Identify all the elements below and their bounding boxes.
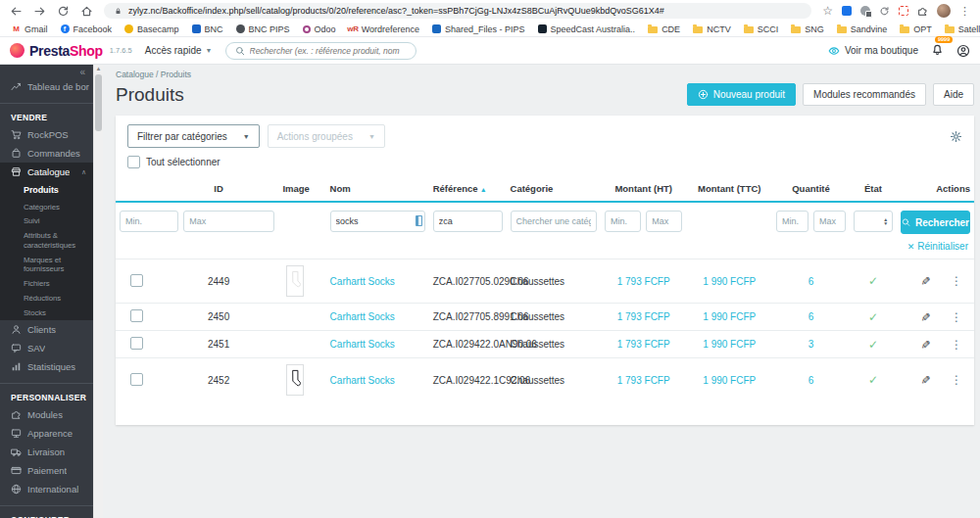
- extension-icon[interactable]: [860, 6, 870, 16]
- cell-price-ht[interactable]: 1 793 FCFP: [601, 331, 687, 358]
- id-max-input[interactable]: [183, 211, 274, 232]
- price-max-input[interactable]: [646, 211, 682, 232]
- prestashop-logo[interactable]: PrestaShop 1.7.6.5: [10, 43, 132, 59]
- bookmark-item[interactable]: BNC: [192, 24, 223, 34]
- column-header-actions[interactable]: Actions: [897, 177, 974, 202]
- qty-max-input[interactable]: [813, 211, 846, 232]
- row-menu-icon[interactable]: ⋮: [951, 274, 962, 288]
- state-select[interactable]: ▲▼: [854, 211, 893, 232]
- cell-price-ttc[interactable]: 1 990 FCFP: [686, 259, 772, 304]
- reference-filter-input[interactable]: [433, 211, 503, 232]
- active-check-icon[interactable]: ✓: [868, 373, 878, 387]
- product-name-link[interactable]: Carhartt Socks: [330, 375, 395, 386]
- edit-icon[interactable]: ✎: [918, 375, 932, 385]
- bookmark-item[interactable]: Sandvine: [837, 24, 888, 34]
- cell-price-ttc[interactable]: 1 990 FCFP: [686, 304, 772, 331]
- profile-avatar[interactable]: [937, 4, 951, 18]
- admin-search[interactable]: [225, 42, 416, 60]
- recommended-modules-button[interactable]: Modules recommandés: [803, 83, 926, 106]
- bookmark-item[interactable]: BNC PIPS: [236, 24, 290, 34]
- column-header-qty[interactable]: Quantité: [772, 177, 850, 202]
- product-name-link[interactable]: Carhartt Socks: [330, 276, 395, 287]
- filter-by-category-button[interactable]: Filtrer par catégories▼: [127, 124, 260, 148]
- edit-icon[interactable]: ✎: [918, 311, 932, 321]
- sidebar-subitem-suivi[interactable]: Suivi: [0, 214, 93, 229]
- row-checkbox[interactable]: [130, 337, 143, 350]
- notifications-button[interactable]: 9999: [931, 42, 944, 60]
- scrollbar-thumb[interactable]: [95, 74, 102, 131]
- forward-icon[interactable]: [33, 5, 46, 18]
- scroll-up-arrow[interactable]: ▲: [94, 65, 103, 73]
- bookmark-item[interactable]: wR Wordreference: [349, 24, 419, 34]
- column-header-name[interactable]: Nom: [326, 177, 429, 202]
- bookmark-item[interactable]: Basecamp: [124, 24, 179, 34]
- sidebar-item-commandes[interactable]: Commandes: [0, 144, 93, 163]
- column-header-price_ttc[interactable]: Montant (TTC): [686, 177, 772, 202]
- sidebar-item-tableau-de-bord[interactable]: Tableau de bord: [0, 77, 93, 96]
- sidebar-subitem-stocks[interactable]: Stocks: [0, 306, 93, 320]
- cell-quantity[interactable]: 6: [772, 304, 850, 331]
- account-icon[interactable]: [956, 44, 970, 58]
- sidebar-item-modules[interactable]: Modules: [0, 405, 93, 424]
- bookmark-item[interactable]: SCCI: [744, 24, 779, 34]
- edit-icon[interactable]: ✎: [918, 339, 932, 349]
- table-settings-gear-icon[interactable]: [950, 130, 962, 143]
- sidebar-subitem-fichiers[interactable]: Fichiers: [0, 277, 93, 292]
- extension-recycle-icon[interactable]: [879, 6, 890, 17]
- product-name-link[interactable]: Carhartt Socks: [330, 311, 395, 322]
- cell-price-ht[interactable]: 1 793 FCFP: [601, 259, 687, 304]
- edit-icon[interactable]: ✎: [918, 276, 932, 286]
- price-min-input[interactable]: [605, 211, 641, 232]
- bookmark-item[interactable]: M Gmail: [12, 24, 48, 34]
- extensions-puzzle-icon[interactable]: [917, 6, 928, 17]
- row-menu-icon[interactable]: ⋮: [951, 338, 962, 352]
- row-menu-icon[interactable]: ⋮: [951, 373, 962, 387]
- active-check-icon[interactable]: ✓: [868, 274, 878, 288]
- sidebar-subitem-attributs[interactable]: Attributs & caractéristiques: [0, 229, 93, 253]
- cell-price-ttc[interactable]: 1 990 FCFP: [686, 331, 772, 358]
- bookmark-item[interactable]: NCTV: [693, 24, 731, 34]
- product-name-link[interactable]: Carhartt Socks: [330, 339, 395, 350]
- sidebar-item-sav[interactable]: SAV: [0, 339, 93, 357]
- cell-quantity[interactable]: 6: [772, 259, 850, 304]
- bookmark-item[interactable]: f Facebook: [61, 24, 113, 34]
- help-button[interactable]: Aide: [933, 83, 974, 106]
- admin-search-input[interactable]: [250, 46, 407, 56]
- sidebar-subitem-catégories[interactable]: Catégories: [0, 200, 93, 214]
- extension-icon[interactable]: [842, 6, 852, 16]
- sidebar-subitem-produits[interactable]: Produits: [0, 181, 93, 200]
- category-filter-input[interactable]: [511, 211, 597, 232]
- bookmark-item[interactable]: Odoo: [303, 24, 336, 34]
- product-thumbnail[interactable]: [286, 364, 304, 396]
- sidebar-item-rockpos[interactable]: RockPOS: [0, 125, 93, 144]
- sidebar-item-clients[interactable]: Clients: [0, 320, 93, 339]
- reload-icon[interactable]: [57, 5, 70, 18]
- browser-menu-icon[interactable]: ⋮: [959, 6, 970, 16]
- sidebar-item-apparence[interactable]: Apparence: [0, 424, 93, 443]
- active-check-icon[interactable]: ✓: [868, 338, 878, 352]
- sidebar-item-international[interactable]: International: [0, 480, 93, 498]
- column-header-image[interactable]: Image: [278, 177, 325, 202]
- column-header-reference[interactable]: Référence▲: [429, 177, 507, 202]
- id-min-input[interactable]: [120, 211, 178, 232]
- bookmark-item[interactable]: OPT: [900, 24, 932, 34]
- row-checkbox[interactable]: [130, 274, 143, 287]
- new-product-button[interactable]: Nouveau produit: [687, 83, 796, 106]
- bookmark-item[interactable]: CDE: [648, 24, 680, 34]
- url-bar[interactable]: zylyz.nc/Backoffice/index.php/sell/catal…: [104, 3, 811, 19]
- qty-min-input[interactable]: [776, 211, 808, 232]
- select-all-checkbox[interactable]: [127, 156, 140, 168]
- view-shop-link[interactable]: Voir ma boutique: [828, 45, 918, 57]
- bookmark-item[interactable]: Shared_Files - PIPS: [432, 24, 525, 34]
- column-header-id[interactable]: ID: [159, 177, 279, 202]
- sidebar-item-statistiques[interactable]: Statistiques: [0, 357, 93, 376]
- sidebar-scrollbar[interactable]: ▲: [93, 65, 103, 518]
- bookmark-star-icon[interactable]: ☆: [822, 4, 833, 18]
- bookmark-item[interactable]: SpeedCast Australia..: [538, 24, 636, 34]
- sidebar-item-livraison[interactable]: Livraison: [0, 443, 93, 461]
- name-filter-input[interactable]: [330, 211, 425, 232]
- bookmark-item[interactable]: Satellite: [945, 24, 980, 34]
- extension-screenshot-icon[interactable]: [899, 6, 908, 16]
- reset-filters-link[interactable]: ✕Réinitialiser: [907, 241, 968, 252]
- column-header-price_ht[interactable]: Montant (HT): [601, 177, 687, 202]
